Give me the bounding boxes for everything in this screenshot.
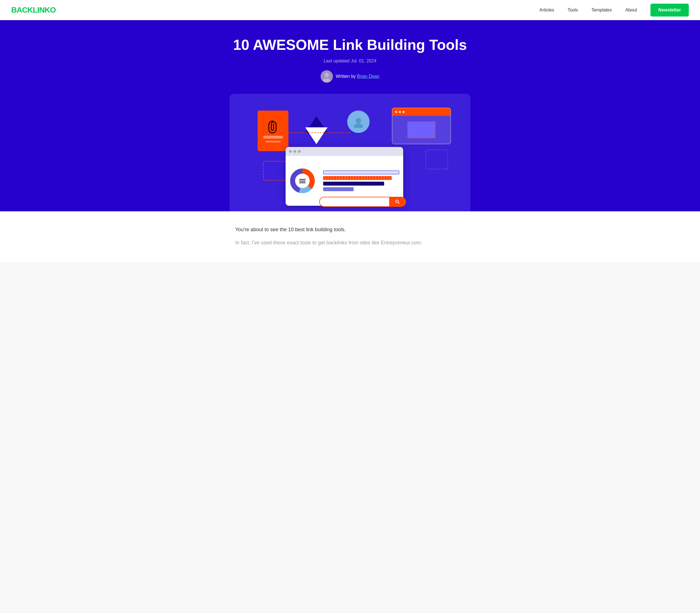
donut-chart [290,168,315,193]
browser-top-right [392,108,451,144]
svg-point-4 [354,123,363,128]
nav-about[interactable]: About [625,8,637,13]
search-bar [319,197,406,207]
dashed-box-bottom-left [263,161,288,181]
content-paragraph-1: You're about to see the 10 best link bui… [235,225,465,234]
dot1 [395,111,397,113]
illustration [241,105,459,211]
article-content: You're about to see the 10 best link bui… [230,211,470,263]
browser-topbar-tr [392,108,451,116]
search-button-fake [389,197,406,207]
dot2 [399,111,401,113]
search-input-fake [319,197,389,207]
browser-body-tr [392,116,451,144]
bc-dot2 [294,150,296,153]
card-bar2 [265,141,281,142]
nav-tools[interactable]: Tools [568,8,578,13]
author-link[interactable]: Brian Dean [357,74,379,79]
svg-point-3 [355,118,361,123]
svg-point-1 [325,73,329,77]
triangle-down [305,127,328,144]
page-title: 10 AWESOME Link Building Tools [11,37,689,53]
hero-image [230,94,470,211]
dashed-connector [288,132,350,133]
chart-area [286,156,319,206]
author-avatar [321,70,333,82]
dashed-box-right [426,150,448,169]
svg-line-13 [398,203,400,204]
author-line: Written by Brian Dean [11,70,689,82]
card-orange [258,110,288,151]
author-text: Written by Brian Dean [336,74,379,79]
bar-small [323,187,354,191]
inner-dashed-box [407,121,436,138]
content-wrapper: You're about to see the 10 best link bui… [0,211,700,263]
main-nav: Articles Tools Templates About Newslette… [540,4,689,16]
site-header: BACKLINKO Articles Tools Templates About… [0,0,700,20]
nav-articles[interactable]: Articles [540,8,554,13]
bar-empty [323,170,399,174]
site-logo[interactable]: BACKLINKO [11,5,56,15]
card-bar1 [263,136,283,139]
triangle-element [305,116,328,144]
bc-dot1 [289,150,292,153]
bar-dark [323,182,384,186]
bc-dot3 [298,150,301,153]
last-updated: Last updated Jul. 01, 2024 [11,58,689,64]
content-paragraph-2: In fact, I've used these exact tools to … [235,238,465,247]
bar-orange [323,176,392,180]
newsletter-button[interactable]: Newsletter [650,4,689,16]
dot3 [402,111,405,113]
browser-topbar-center [286,147,403,156]
hero-section: 10 AWESOME Link Building Tools Last upda… [0,20,700,211]
circle-avatar [347,110,370,133]
nav-templates[interactable]: Templates [591,8,612,13]
